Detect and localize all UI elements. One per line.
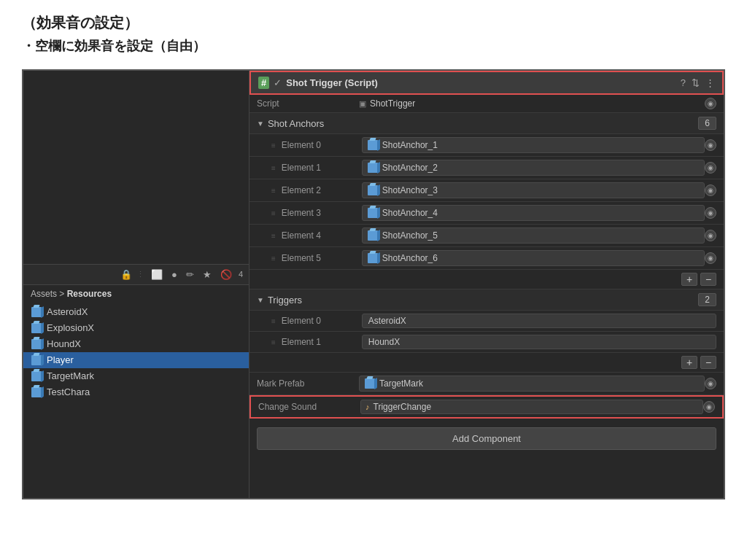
breadcrumb-sep: > — [59, 289, 66, 299]
mark-prefab-value: TargetMark — [359, 376, 705, 392]
element-value: ShotAnchor_5 — [362, 228, 705, 244]
element-select-btn[interactable]: ◉ — [705, 252, 716, 264]
breadcrumb-prefix: Assets — [31, 289, 57, 299]
asset-name: ExplosionX — [47, 322, 94, 333]
component-actions: ? ⇅ ⋮ — [681, 77, 715, 88]
shot-anchors-arrow: ▼ — [257, 120, 264, 128]
shot-anchors-count: 6 — [698, 117, 716, 130]
shot-anchors-title: Shot Anchors — [268, 118, 698, 129]
mark-prefab-select-btn[interactable]: ◉ — [705, 378, 716, 389]
add-component-button[interactable]: Add Component — [257, 427, 716, 450]
element-value-text: ShotAnchor_5 — [382, 230, 438, 241]
element-select-btn[interactable]: ◉ — [705, 162, 716, 174]
change-sound-value: ♪ TriggerChange — [360, 400, 703, 414]
object-icon[interactable]: ● — [169, 268, 179, 281]
shot-anchors-add-remove: + − — [249, 270, 724, 289]
asset-name: AsteroidX — [47, 306, 88, 317]
drag-handle: ≡ — [271, 232, 276, 240]
element-label: Element 5 — [282, 253, 362, 263]
element-value: ShotAnchor_3 — [362, 182, 705, 198]
element-label: Element 1 — [282, 163, 362, 173]
asset-item-explosionx[interactable]: ExplosionX — [23, 320, 249, 336]
element-label: Element 0 — [282, 140, 362, 150]
triggers-add-remove: + − — [249, 353, 724, 373]
change-sound-label: Change Sound — [258, 402, 360, 412]
element-cube-icon — [367, 230, 379, 241]
element-select-btn[interactable]: ◉ — [705, 207, 716, 219]
asset-item-targetmark[interactable]: TargetMark — [23, 368, 249, 384]
shot-anchor-row: ≡ Element 5 ShotAnchor_6 ◉ — [249, 247, 724, 270]
asset-item-asteroidx[interactable]: AsteroidX — [23, 304, 249, 320]
change-sound-select-btn[interactable]: ◉ — [703, 401, 715, 413]
asset-name: Player — [47, 354, 74, 365]
element-cube-icon — [367, 207, 379, 219]
script-value-text: ShotTrigger — [370, 98, 415, 109]
element-label: Element 4 — [282, 230, 362, 241]
element-label: Element 3 — [282, 208, 362, 218]
script-file-icon: ▣ — [359, 99, 366, 109]
trigger-row: ≡ Element 1 HoundX — [249, 332, 724, 353]
shot-anchor-row: ≡ Element 3 ShotAnchor_4 ◉ — [249, 202, 724, 225]
help-icon[interactable]: ? — [681, 77, 686, 88]
element-label: Element 2 — [282, 185, 362, 195]
cube-icon — [31, 354, 42, 366]
edit-icon[interactable]: ✏ — [184, 268, 196, 281]
shot-anchor-row: ≡ Element 4 ShotAnchor_5 ◉ — [249, 225, 724, 247]
element-value: ShotAnchor_1 — [362, 137, 705, 153]
drag-handle: ≡ — [271, 254, 276, 262]
lock-icon: 🔒 — [120, 269, 132, 280]
project-icon[interactable]: ⬜ — [149, 268, 165, 281]
asset-item-player[interactable]: Player — [23, 352, 249, 368]
toolbar-sep: ⋮ — [136, 270, 144, 279]
component-header: # ✓ Shot Trigger (Script) ? ⇅ ⋮ — [249, 71, 724, 95]
check-icon[interactable]: ✓ — [274, 77, 282, 88]
element-select-btn[interactable]: ◉ — [705, 139, 716, 151]
breadcrumb: Assets > Resources — [23, 285, 249, 303]
breadcrumb-folder: Resources — [67, 289, 112, 299]
asset-item-testchara[interactable]: TestChara — [23, 384, 249, 400]
more-icon[interactable]: ⋮ — [705, 77, 715, 88]
filter-icon[interactable]: 🚫 — [218, 268, 234, 281]
triggers-title: Triggers — [268, 295, 698, 306]
cube-icon — [31, 370, 42, 382]
cube-icon — [31, 386, 42, 398]
page-header: （効果音の設定） ・空欄に効果音を設定（自由） — [0, 0, 747, 62]
right-panel: # ✓ Shot Trigger (Script) ? ⇅ ⋮ Script ▣… — [249, 71, 724, 498]
element-value-text: ShotAnchor_4 — [382, 208, 438, 218]
cube-icon — [31, 306, 42, 318]
drag-handle: ≡ — [271, 187, 276, 195]
triggers-add-btn[interactable]: + — [681, 356, 697, 369]
element-cube-icon — [367, 184, 379, 196]
triggers-count: 2 — [698, 293, 716, 306]
triggers-arrow: ▼ — [257, 296, 264, 304]
shot-anchors-header[interactable]: ▼ Shot Anchors 6 — [249, 113, 724, 134]
script-label: Script — [257, 98, 359, 109]
cube-icon — [31, 322, 42, 334]
drag-handle: ≡ — [271, 317, 276, 325]
left-panel: 🔒 ⋮ ⬜ ● ✏ ★ 🚫 4 Assets > Resources Aster… — [23, 71, 249, 498]
triggers-header[interactable]: ▼ Triggers 2 — [249, 289, 724, 311]
main-container: 🔒 ⋮ ⬜ ● ✏ ★ 🚫 4 Assets > Resources Aster… — [22, 69, 725, 499]
cube-icon — [31, 338, 42, 350]
shot-anchors-add-btn[interactable]: + — [681, 273, 697, 286]
drag-handle: ≡ — [271, 209, 276, 217]
element-select-btn[interactable]: ◉ — [705, 184, 716, 196]
script-select-btn[interactable]: ◉ — [705, 98, 716, 109]
asset-name: TargetMark — [47, 370, 94, 381]
asset-name: HoundX — [47, 338, 81, 349]
change-sound-text: TriggerChange — [374, 402, 432, 412]
mark-prefab-label: Mark Prefab — [257, 378, 359, 389]
shot-anchors-remove-btn[interactable]: − — [700, 273, 716, 286]
star-icon[interactable]: ★ — [201, 268, 214, 281]
element-select-btn[interactable]: ◉ — [705, 230, 716, 241]
triggers-remove-btn[interactable]: − — [700, 356, 716, 369]
asset-item-houndx[interactable]: HoundX — [23, 336, 249, 352]
asset-list: AsteroidXExplosionXHoundXPlayerTargetMar… — [23, 303, 249, 499]
mark-prefab-text: TargetMark — [379, 378, 423, 389]
trigger-elements: ≡ Element 0 AsteroidX ≡ Element 1 HoundX — [249, 311, 724, 353]
settings-icon[interactable]: ⇅ — [692, 77, 700, 88]
trigger-value: HoundX — [362, 335, 716, 349]
hash-icon: # — [258, 77, 269, 89]
element-cube-icon — [367, 162, 379, 174]
element-value: ShotAnchor_2 — [362, 160, 705, 176]
